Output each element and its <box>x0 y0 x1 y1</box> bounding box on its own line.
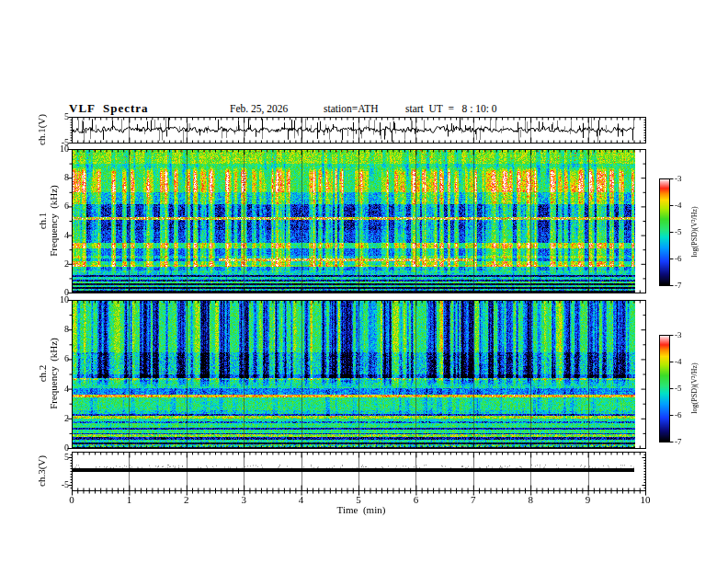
ch2-frequency-ytick: 4 <box>45 385 69 394</box>
ch1-frequency-ytick: 6 <box>45 201 69 211</box>
axes-ticks-overlay <box>0 0 728 563</box>
time-axis-tick: 6 <box>402 495 429 505</box>
time-axis-tick: 9 <box>574 495 602 505</box>
ch1-spectrogram-axis-label-channel: ch.1 <box>38 213 48 230</box>
ch1-frequency-ytick: 2 <box>45 259 69 269</box>
time-axis-tick: 10 <box>631 495 659 505</box>
time-axis-tick: 3 <box>230 495 257 505</box>
colorbar1-tick: -5 <box>675 228 682 236</box>
colorbar2-tick: -6 <box>675 411 682 419</box>
ch2-frequency-ytick: 10 <box>45 295 69 304</box>
ch1-voltage-ytick: 5 <box>45 112 69 121</box>
ch2-spectrogram-axis-label-frequency: Frequency (kHz) <box>49 338 59 409</box>
ch1-frequency-ytick: 8 <box>45 173 69 182</box>
colorbar2-tick: -4 <box>675 358 682 366</box>
colorbar2-tick: -5 <box>675 385 682 393</box>
ch3-voltage-ytick: -5 <box>45 480 69 489</box>
ch1-frequency-ytick: 10 <box>45 144 69 154</box>
vlf-spectra-figure: VLF Spectra Feb. 25, 2026 station=ATH st… <box>0 0 728 563</box>
ch1-spectrogram-axis-label-frequency: Frequency (kHz) <box>49 185 59 257</box>
ch2-frequency-ytick: 8 <box>45 325 69 334</box>
colorbar2-tick: -7 <box>675 438 682 446</box>
ch3-voltage-ytick: 5 <box>45 453 69 462</box>
time-axis-tick: 5 <box>345 495 372 505</box>
colorbar1-tick: -7 <box>675 282 682 290</box>
ch2-frequency-ytick: 6 <box>45 354 69 363</box>
time-axis-tick: 4 <box>288 495 315 505</box>
time-axis-tick: 2 <box>173 495 200 505</box>
colorbar1-tick: -3 <box>675 175 682 183</box>
ch2-spectrogram-axis-label-channel: ch.2 <box>38 365 48 383</box>
time-axis-tick: 1 <box>115 495 142 505</box>
time-axis-tick: 8 <box>517 495 544 505</box>
time-axis-tick: 7 <box>460 495 487 505</box>
colorbar1-tick: -4 <box>675 201 682 210</box>
colorbar2-label: log(PSD)(V²/Hz) <box>691 362 699 413</box>
time-axis-tick: 0 <box>58 495 85 505</box>
colorbar1-label: log(PSD)(V²/Hz) <box>691 206 699 257</box>
colorbar2-tick: -3 <box>675 331 682 339</box>
ch2-frequency-ytick: 2 <box>45 414 69 423</box>
time-axis-label: Time (min) <box>337 505 386 515</box>
colorbar1-tick: -6 <box>675 255 682 263</box>
ch1-frequency-ytick: 4 <box>45 231 69 240</box>
